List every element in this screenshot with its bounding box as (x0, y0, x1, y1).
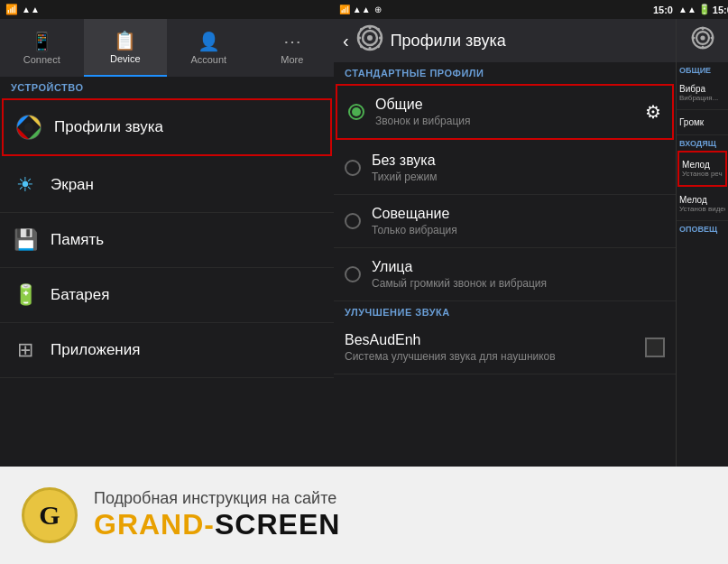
menu-item-battery[interactable]: 🔋 Батарея (0, 268, 334, 323)
menu-item-screen[interactable]: ☀ Экран (0, 158, 334, 213)
sound-profiles-label: Профили звука (54, 118, 163, 136)
banner-logo-letter: G (39, 500, 60, 531)
banner-brand-part2: SCREEN (215, 508, 340, 541)
status-time-mid: 15:0 (653, 5, 673, 15)
profile-name-street: Улица (372, 259, 665, 275)
tab-device-label: Device (110, 53, 141, 64)
enhance-item[interactable]: BesAudEnh Система улучшения звука для на… (334, 321, 676, 374)
screen-label: Экран (51, 176, 94, 194)
enhance-name: BesAudEnh (345, 332, 645, 348)
right-item-melody2-desc: Установ видеовы (679, 205, 725, 213)
left-section-header: УСТРОЙСТВО (0, 77, 334, 97)
banner-brand-part1: GRAND- (94, 508, 215, 541)
radio-btn-meeting[interactable] (345, 213, 361, 229)
svg-point-4 (367, 35, 373, 41)
right-incoming-header: ВХОДЯЩ (677, 135, 728, 150)
right-item-vibra1-title: Вибра (679, 84, 725, 94)
wifi-icon: 📶 (5, 4, 18, 15)
right-panel: ОБЩИЕ Вибра Вибрация... Громк ВХОДЯЩ Мел… (677, 19, 728, 467)
apps-icon: ⊞ (11, 336, 40, 365)
right-panel-header (677, 19, 728, 62)
more-icon: ⋯ (283, 31, 301, 52)
svg-rect-19 (710, 37, 713, 40)
radio-btn-silent[interactable] (345, 160, 361, 176)
banner-brand: GRAND-SCREEN (94, 508, 340, 541)
bottom-banner: G Подробная инструкция на сайте GRAND-SC… (0, 467, 728, 564)
middle-panel-header: ‹ Профили звука (334, 19, 676, 62)
screen-icon: ☀ (11, 171, 40, 199)
tab-account[interactable]: 👤 Account (167, 19, 251, 77)
signal-icon-mid: 📶 ▲▲ (339, 5, 371, 14)
profile-info-silent: Без звука Тихий режим (372, 153, 665, 183)
svg-rect-6 (368, 47, 371, 51)
right-item-melody1-title: Мелод (682, 160, 723, 170)
device-icon: 📋 (114, 30, 136, 51)
tab-account-label: Account (190, 54, 226, 65)
menu-item-memory[interactable]: 💾 Память (0, 213, 334, 268)
memory-icon: 💾 (11, 226, 40, 254)
battery-label: Батарея (51, 286, 109, 304)
tab-more-label: More (281, 54, 303, 65)
right-header-icon (691, 26, 714, 55)
right-item-vibra1[interactable]: Вибра Вибрация... (677, 77, 728, 110)
right-item-melody2[interactable]: Мелод Установ видеовы (677, 188, 728, 221)
apps-label: Приложения (51, 341, 140, 359)
memory-label: Память (51, 231, 104, 249)
svg-point-1 (24, 123, 33, 132)
profile-info-meeting: Совещание Только вибрация (372, 206, 665, 236)
enhance-checkbox[interactable] (645, 337, 665, 357)
profile-info-general: Общие Звонок и вибрация (375, 97, 645, 127)
profile-desc-street: Самый громкий звонок и вибрация (372, 277, 665, 290)
radio-btn-general[interactable] (348, 104, 364, 120)
tab-more[interactable]: ⋯ More (251, 19, 335, 77)
svg-rect-17 (701, 46, 704, 49)
enhance-info: BesAudEnh Система улучшения звука для на… (345, 332, 645, 363)
connect-icon: 📱 (31, 31, 53, 52)
signal-icon-right: ▲▲ (678, 5, 696, 14)
profile-name-general: Общие (375, 97, 645, 113)
profile-item-street[interactable]: Улица Самый громкий звонок и вибрация (334, 248, 676, 301)
profile-desc-general: Звонок и вибрация (375, 115, 645, 127)
banner-text-block: Подробная инструкция на сайте GRAND-SCRE… (94, 489, 340, 541)
menu-item-apps[interactable]: ⊞ Приложения (0, 323, 334, 378)
tab-connect-label: Connect (23, 54, 60, 65)
gear-icon-general[interactable]: ⚙ (645, 101, 661, 123)
radio-btn-street[interactable] (345, 266, 361, 282)
svg-rect-16 (701, 27, 704, 30)
profile-info-street: Улица Самый громкий звонок и вибрация (372, 259, 665, 290)
gps-icon: ⊕ (374, 5, 382, 14)
profile-item-general[interactable]: Общие Звонок и вибрация ⚙ (336, 84, 674, 140)
svg-rect-5 (368, 25, 371, 29)
svg-rect-8 (379, 36, 382, 39)
sound-profiles-icon (14, 113, 43, 142)
profile-desc-silent: Тихий режим (372, 171, 665, 183)
profile-desc-meeting: Только вибрация (372, 224, 665, 236)
profile-item-meeting[interactable]: Совещание Только вибрация (334, 195, 676, 248)
middle-title-text: Профили звука (391, 32, 506, 51)
middle-title-icon (356, 24, 383, 58)
battery-icon-right: 🔋 (698, 4, 711, 15)
tab-connect[interactable]: 📱 Connect (0, 19, 84, 77)
left-panel: 📱 Connect 📋 Device 👤 Account ⋯ More УСТР… (0, 19, 334, 467)
menu-item-sound-profiles[interactable]: Профили звука (2, 98, 332, 156)
signal-icon: ▲▲ (22, 5, 40, 14)
middle-panel: ‹ Профили звука (334, 19, 677, 467)
right-item-melody1[interactable]: Мелод Установ речевых (677, 151, 727, 187)
profile-name-silent: Без звука (372, 153, 665, 169)
tab-device[interactable]: 📋 Device (84, 19, 168, 77)
back-arrow-icon[interactable]: ‹ (343, 31, 349, 51)
status-time-right: 15:0 (713, 5, 728, 15)
svg-rect-7 (357, 36, 361, 39)
middle-section-header-standard: СТАНДАРТНЫЕ ПРОФИЛИ (334, 62, 676, 82)
svg-rect-18 (691, 37, 694, 40)
right-item-volume-title: Громк (679, 117, 725, 127)
right-item-volume[interactable]: Громк (677, 110, 728, 135)
enhance-desc: Система улучшения звука для наушников (345, 350, 645, 363)
profile-item-silent[interactable]: Без звука Тихий режим (334, 142, 676, 195)
banner-subtitle: Подробная инструкция на сайте (94, 489, 340, 508)
account-icon: 👤 (198, 31, 220, 52)
svg-point-15 (700, 35, 705, 40)
battery-icon: 🔋 (11, 281, 40, 310)
right-item-vibra1-desc: Вибрация... (679, 94, 725, 102)
right-item-melody2-title: Мелод (679, 195, 725, 205)
